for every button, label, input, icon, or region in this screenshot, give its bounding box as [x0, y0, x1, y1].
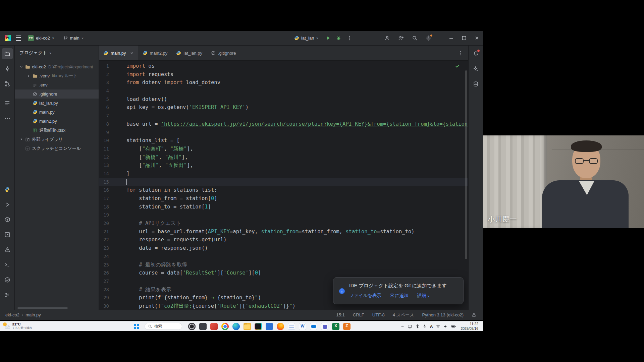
lock-icon[interactable] [472, 313, 476, 317]
code-with-me-icon[interactable] [398, 35, 404, 41]
taskbar-app-excel[interactable] [332, 323, 339, 330]
taskbar-app-explorer[interactable] [244, 323, 251, 330]
search-everywhere-icon[interactable] [412, 35, 418, 41]
mic-icon[interactable] [423, 324, 427, 328]
settings-gear-icon[interactable] [426, 35, 431, 41]
weather-widget[interactable]: 31°C くもり時々晴れ [2, 322, 32, 330]
chevron-right-icon[interactable] [25, 74, 32, 78]
taskbar-app-files[interactable] [199, 323, 207, 330]
tool-strip-python-console[interactable] [2, 184, 13, 195]
tool-strip-ai-assistant[interactable] [470, 63, 482, 74]
editor-scrollbar[interactable] [465, 70, 467, 259]
code-line-23[interactable]: 23 data = response.json() [99, 244, 468, 252]
tool-strip-version-control[interactable] [2, 289, 13, 301]
inspections-ok-icon[interactable] [455, 63, 460, 69]
maximize-button[interactable] [458, 31, 470, 45]
code-line-15[interactable]: 15 [99, 178, 468, 186]
code-line-22[interactable]: 22 response = requests.get(url) [99, 236, 468, 244]
code-line-21[interactable]: 21 url = base_url.format(API_KEY=api_key… [99, 228, 468, 236]
notification-action-ファイルを表示[interactable]: ファイルを表示 [349, 293, 381, 299]
tree-item-eki-co2[interactable]: eki-co2D:¥Projects¥experiment [15, 62, 99, 71]
bluetooth-icon[interactable] [415, 324, 420, 328]
status-item[interactable]: CRLF [353, 312, 364, 317]
tool-strip-problems[interactable] [2, 244, 13, 255]
code-line-8[interactable]: 8base_url = 'https://api.ekispert.jp/v1/… [99, 120, 468, 128]
close-tab-icon[interactable] [129, 51, 134, 55]
main-menu-icon[interactable] [16, 36, 21, 41]
battery-icon[interactable] [451, 324, 456, 329]
tree-item-.env[interactable]: .env [15, 80, 99, 89]
tool-strip-structure[interactable] [2, 98, 13, 109]
tab-.gitignore[interactable]: .gitignore [207, 46, 240, 60]
code-line-3[interactable]: 3from dotenv import load_dotenv [99, 78, 468, 87]
tool-strip-pull-requests[interactable] [2, 78, 13, 89]
chevron-up-icon[interactable] [400, 324, 405, 328]
code-line-16[interactable]: 16for station in stations_list: [99, 186, 468, 194]
code-line-17[interactable]: 17 station_from = station[0] [99, 194, 468, 203]
branch-widget[interactable]: main ∨ [61, 34, 86, 42]
taskbar-app-obs[interactable] [188, 323, 196, 330]
taskbar-app-pycharm[interactable] [255, 323, 262, 330]
taskbar-app-app-red[interactable] [210, 323, 218, 330]
taskbar-app-edge[interactable] [232, 323, 240, 330]
tool-strip-python-packages[interactable] [2, 214, 13, 225]
status-item[interactable]: 15:1 [336, 312, 345, 317]
ime-indicator[interactable]: A [430, 324, 433, 329]
tree-item-スクラッチとコンソール[interactable]: スクラッチとコンソール [15, 144, 99, 153]
tree-item-外部ライブラリ[interactable]: 外部ライブラリ [15, 135, 99, 144]
notification-action-常に追加[interactable]: 常に追加 [390, 293, 408, 299]
tree-item-.gitignore[interactable]: .gitignore [15, 89, 99, 99]
tree-item-main.py[interactable]: main.py [15, 108, 99, 117]
notification-action-詳細[interactable]: 詳細 ∨ [417, 293, 429, 299]
taskbar-app-chrome[interactable] [221, 323, 229, 330]
tool-strip-commit[interactable] [2, 63, 13, 74]
project-widget[interactable]: EC eki-co2 ∨ [26, 34, 56, 43]
chevron-down-icon[interactable] [18, 65, 24, 69]
wifi-icon[interactable] [436, 324, 440, 329]
monitor-icon[interactable] [408, 324, 412, 329]
tool-strip-database[interactable] [470, 78, 482, 89]
start-button[interactable] [132, 323, 140, 330]
tool-strip-notifications[interactable] [470, 48, 482, 59]
code-line-18[interactable]: 18 station_to = station[1] [99, 203, 468, 211]
code-line-1[interactable]: 1import os [99, 62, 468, 70]
tree-item-lat_lan.py[interactable]: lat_lan.py [15, 99, 99, 108]
taskbar-app-app-z[interactable] [343, 323, 351, 330]
tree-item-通勤経路.xlsx[interactable]: 通勤経路.xlsx [15, 126, 99, 135]
tree-item-main2.py[interactable]: main2.py [15, 117, 99, 126]
breadcrumb[interactable]: eki-co2›main.py [0, 312, 41, 317]
tab-main2.py[interactable]: main2.py [138, 46, 172, 60]
code-line-4[interactable]: 4 [99, 87, 468, 95]
code-line-20[interactable]: 20 # APIリクエスト [99, 219, 468, 228]
code-line-13[interactable]: 13 ["品川", "五反田"], [99, 161, 468, 170]
close-button[interactable] [470, 31, 483, 45]
account-icon[interactable] [384, 35, 390, 41]
minimize-button[interactable] [445, 31, 458, 45]
taskbar-app-teams[interactable] [321, 323, 328, 330]
tab-lat_lan.py[interactable]: lat_lan.py [172, 46, 207, 60]
code-line-19[interactable]: 19 [99, 211, 468, 219]
tool-strip-services[interactable] [2, 229, 13, 240]
more-actions-icon[interactable] [346, 35, 352, 41]
volume-icon[interactable] [443, 324, 448, 329]
tool-strip-more-tools[interactable] [2, 113, 13, 124]
tool-strip-terminal[interactable] [2, 259, 13, 270]
status-item[interactable]: Python 3.13 (eki-co2) [422, 312, 464, 317]
taskbar-app-notepad[interactable] [288, 323, 295, 330]
code-line-26[interactable]: 26 course = data['ResultSet']['Course'][… [99, 269, 468, 277]
code-line-9[interactable]: 9 [99, 128, 468, 137]
code-editor[interactable]: 1import os2import requests3from dotenv i… [99, 61, 468, 310]
status-item[interactable]: 4 スペース [393, 312, 414, 318]
code-line-11[interactable]: 11 ["有楽町", "新橋"], [99, 145, 468, 153]
tab-main.py[interactable]: main.py [99, 46, 138, 60]
taskbar-app-firefox[interactable] [277, 323, 284, 330]
tool-strip-todo[interactable] [2, 274, 13, 286]
taskbar-clock[interactable]: 11:222025/08/16 [461, 322, 478, 330]
code-line-10[interactable]: 10stations_list = [ [99, 136, 468, 145]
code-line-25[interactable]: 25 # 最初の経路を取得 [99, 261, 468, 269]
tool-strip-project[interactable] [2, 48, 13, 59]
code-line-24[interactable]: 24 [99, 252, 468, 261]
chevron-right-icon[interactable] [18, 137, 24, 141]
taskbar-app-app-blue[interactable] [266, 323, 273, 330]
project-panel-header[interactable]: プロジェクト ∨ [15, 46, 99, 60]
